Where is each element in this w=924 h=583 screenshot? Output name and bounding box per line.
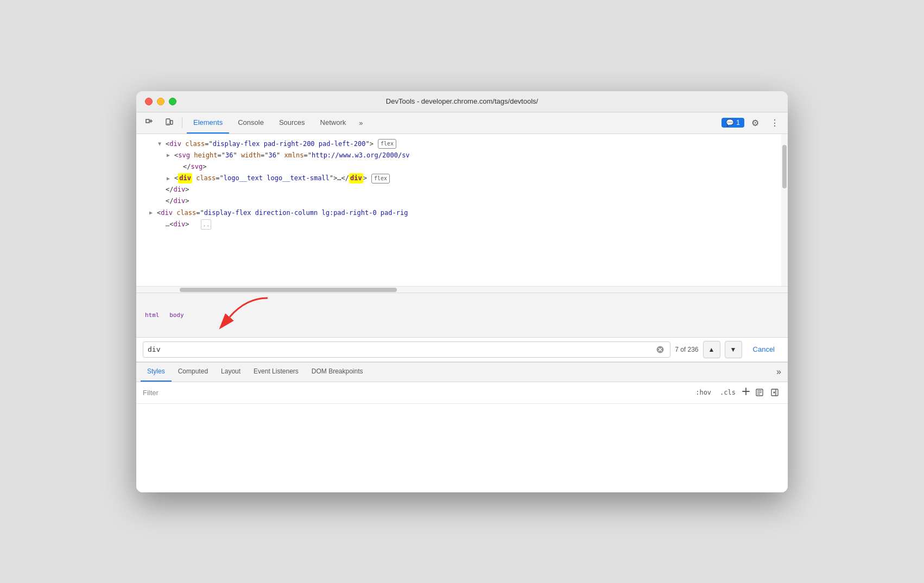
toggle-sidebar-icon[interactable] bbox=[768, 386, 781, 399]
dom-line[interactable]: <div class="logo__text logo__text-small"… bbox=[136, 173, 788, 184]
more-tabs-button[interactable]: » bbox=[355, 114, 367, 131]
new-style-rule-icon[interactable] bbox=[753, 386, 766, 399]
up-arrow-icon: ▲ bbox=[708, 346, 715, 353]
scrollbar-thumb[interactable] bbox=[782, 145, 787, 188]
tab-computed[interactable]: Computed bbox=[172, 362, 214, 382]
tab-sources[interactable]: Sources bbox=[273, 112, 312, 134]
filter-placeholder: Filter bbox=[143, 389, 692, 397]
dom-line[interactable]: </div> bbox=[136, 195, 788, 207]
breadcrumb-separator bbox=[162, 312, 168, 319]
h-scrollbar-thumb[interactable] bbox=[180, 288, 397, 292]
dom-line[interactable]: … < div > .. bbox=[136, 219, 788, 231]
more-options-button[interactable]: ⋮ bbox=[766, 114, 783, 131]
inspect-element-button[interactable] bbox=[141, 114, 158, 131]
expand-triangle[interactable] bbox=[158, 140, 164, 148]
expand-ellipsis[interactable]: .. bbox=[201, 219, 211, 230]
notification-badge[interactable]: 💬 1 bbox=[722, 118, 744, 128]
filter-bar: Filter :hov .cls bbox=[136, 382, 788, 404]
ellipsis-icon: ⋮ bbox=[770, 118, 779, 128]
flex-badge[interactable]: flex bbox=[371, 174, 390, 183]
search-current: 7 bbox=[675, 346, 679, 353]
notification-icon: 💬 bbox=[726, 119, 734, 126]
settings-button[interactable]: ⚙ bbox=[746, 114, 764, 131]
svg-rect-16 bbox=[771, 389, 778, 396]
breadcrumb-body[interactable]: body bbox=[167, 310, 186, 320]
search-cancel-button[interactable]: Cancel bbox=[746, 343, 781, 356]
vertical-scrollbar[interactable] bbox=[781, 134, 788, 286]
dom-line[interactable]: </svg> bbox=[136, 161, 788, 173]
search-clear-button[interactable] bbox=[655, 344, 666, 355]
dom-tree[interactable]: <div class="display-flex pad-right-200 p… bbox=[136, 134, 788, 286]
toolbar-divider bbox=[182, 117, 182, 128]
dom-line[interactable]: <div class="display-flex pad-right-200 p… bbox=[136, 138, 788, 150]
horizontal-scrollbar[interactable] bbox=[136, 286, 788, 293]
close-button[interactable] bbox=[145, 98, 153, 105]
gear-icon: ⚙ bbox=[751, 118, 759, 128]
devtools-toolbar: Elements Console Sources Network » 💬 1 ⚙ bbox=[136, 112, 788, 134]
down-arrow-icon: ▼ bbox=[730, 346, 737, 353]
expand-triangle[interactable] bbox=[149, 208, 156, 217]
tab-styles[interactable]: Styles bbox=[141, 362, 172, 382]
maximize-button[interactable] bbox=[169, 98, 176, 105]
dom-line[interactable]: <div class="display-flex direction-colum… bbox=[136, 207, 788, 219]
styles-tabs: Styles Computed Layout Event Listeners D… bbox=[136, 363, 788, 382]
expand-triangle[interactable] bbox=[167, 151, 173, 160]
search-input[interactable] bbox=[148, 345, 655, 353]
filter-actions: :hov .cls bbox=[692, 386, 781, 399]
highlighted-close-tag: div bbox=[349, 173, 363, 183]
flex-badge[interactable]: flex bbox=[378, 139, 396, 149]
hov-button[interactable]: :hov bbox=[692, 388, 714, 397]
tab-dom-breakpoints[interactable]: DOM Breakpoints bbox=[305, 362, 370, 382]
breadcrumb-html[interactable]: html bbox=[143, 310, 162, 320]
tab-elements[interactable]: Elements bbox=[187, 112, 229, 134]
add-style-rule-button[interactable] bbox=[741, 386, 751, 399]
search-count: 7 of 236 bbox=[675, 346, 698, 353]
breadcrumb-bar: html body bbox=[136, 293, 788, 338]
search-bar: 7 of 236 ▲ ▼ Cancel bbox=[136, 338, 788, 362]
title-bar: DevTools - developer.chrome.com/tags/dev… bbox=[136, 91, 788, 112]
dom-line[interactable]: </div> bbox=[136, 184, 788, 195]
tab-console[interactable]: Console bbox=[231, 112, 270, 134]
highlighted-tag: div bbox=[178, 173, 192, 183]
dom-line[interactable]: <svg height="36" width="36" xmlns="http:… bbox=[136, 150, 788, 161]
search-next-button[interactable]: ▼ bbox=[725, 341, 742, 358]
arrow-annotation bbox=[208, 295, 273, 333]
expand-triangle[interactable] bbox=[167, 174, 173, 183]
device-toolbar-button[interactable] bbox=[160, 114, 178, 131]
svg-rect-4 bbox=[170, 121, 173, 124]
devtools-window: DevTools - developer.chrome.com/tags/dev… bbox=[136, 91, 788, 492]
cls-button[interactable]: .cls bbox=[717, 388, 739, 397]
search-total: of 236 bbox=[680, 346, 698, 353]
search-prev-button[interactable]: ▲ bbox=[703, 341, 720, 358]
elements-panel: <div class="display-flex pad-right-200 p… bbox=[136, 134, 788, 492]
tab-layout[interactable]: Layout bbox=[214, 362, 247, 382]
devtools-panel: Elements Console Sources Network » 💬 1 ⚙ bbox=[136, 112, 788, 492]
more-styles-tabs-button[interactable]: » bbox=[774, 367, 783, 377]
minimize-button[interactable] bbox=[157, 98, 164, 105]
traffic-lights bbox=[145, 98, 176, 105]
window-title: DevTools - developer.chrome.com/tags/dev… bbox=[386, 97, 538, 105]
bottom-panel: Styles Computed Layout Event Listeners D… bbox=[136, 362, 788, 404]
svg-rect-0 bbox=[146, 119, 149, 123]
notification-count: 1 bbox=[736, 119, 740, 126]
tab-network[interactable]: Network bbox=[314, 112, 353, 134]
search-input-wrapper bbox=[143, 341, 670, 358]
tab-event-listeners[interactable]: Event Listeners bbox=[247, 362, 305, 382]
arrow-annotation-container bbox=[208, 295, 273, 335]
